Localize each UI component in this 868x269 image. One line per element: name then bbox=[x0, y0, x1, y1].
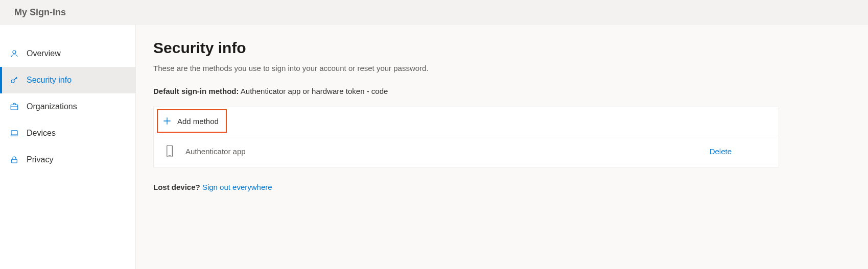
lost-device-line: Lost device? Sign out everywhere bbox=[153, 183, 851, 191]
sign-out-everywhere-link[interactable]: Sign out everywhere bbox=[202, 183, 272, 191]
default-signin-value: Authenticator app or hardware token - co… bbox=[241, 87, 388, 95]
svg-rect-4 bbox=[12, 159, 17, 163]
sidebar-item-label: Organizations bbox=[27, 102, 77, 111]
sidebar-item-organizations[interactable]: Organizations bbox=[0, 93, 135, 120]
phone-icon bbox=[165, 144, 174, 158]
sidebar: Overview Security info Organizations bbox=[0, 25, 136, 269]
methods-panel: Add method Authenticator app Delete bbox=[153, 107, 779, 167]
shell: Overview Security info Organizations bbox=[0, 25, 868, 269]
svg-point-0 bbox=[13, 51, 16, 54]
add-method-label: Add method bbox=[177, 117, 219, 126]
method-label: Authenticator app bbox=[185, 147, 246, 156]
main: Security info These are the methods you … bbox=[136, 25, 868, 269]
method-row: Authenticator app Delete bbox=[154, 135, 779, 167]
laptop-icon bbox=[9, 129, 19, 138]
sidebar-item-security-info[interactable]: Security info bbox=[0, 67, 135, 93]
sidebar-item-devices[interactable]: Devices bbox=[0, 120, 135, 146]
page-subtitle: These are the methods you use to sign in… bbox=[153, 64, 851, 72]
delete-method-link[interactable]: Delete bbox=[710, 147, 732, 156]
plus-icon bbox=[162, 116, 172, 126]
svg-rect-3 bbox=[11, 131, 17, 135]
sidebar-item-overview[interactable]: Overview bbox=[0, 40, 135, 67]
briefcase-icon bbox=[9, 102, 19, 111]
person-icon bbox=[9, 49, 19, 58]
lost-device-question: Lost device? bbox=[153, 183, 200, 191]
add-method-button[interactable]: Add method bbox=[157, 109, 227, 133]
sidebar-item-label: Devices bbox=[27, 129, 56, 138]
topbar: My Sign-Ins bbox=[0, 0, 868, 25]
svg-point-1 bbox=[11, 80, 14, 83]
default-signin-label: Default sign-in method: bbox=[153, 87, 239, 95]
sidebar-item-label: Privacy bbox=[27, 155, 53, 164]
key-icon bbox=[9, 76, 19, 85]
add-method-row-wrap: Add method bbox=[154, 107, 779, 135]
page-title: Security info bbox=[153, 39, 851, 57]
sidebar-item-label: Overview bbox=[27, 49, 61, 58]
app-title: My Sign-Ins bbox=[14, 7, 66, 18]
svg-rect-2 bbox=[11, 105, 18, 110]
lock-icon bbox=[9, 155, 19, 164]
sidebar-item-privacy[interactable]: Privacy bbox=[0, 146, 135, 173]
svg-rect-5 bbox=[167, 145, 173, 157]
default-signin-method: Default sign-in method: Authenticator ap… bbox=[153, 87, 851, 95]
sidebar-item-label: Security info bbox=[27, 76, 72, 85]
